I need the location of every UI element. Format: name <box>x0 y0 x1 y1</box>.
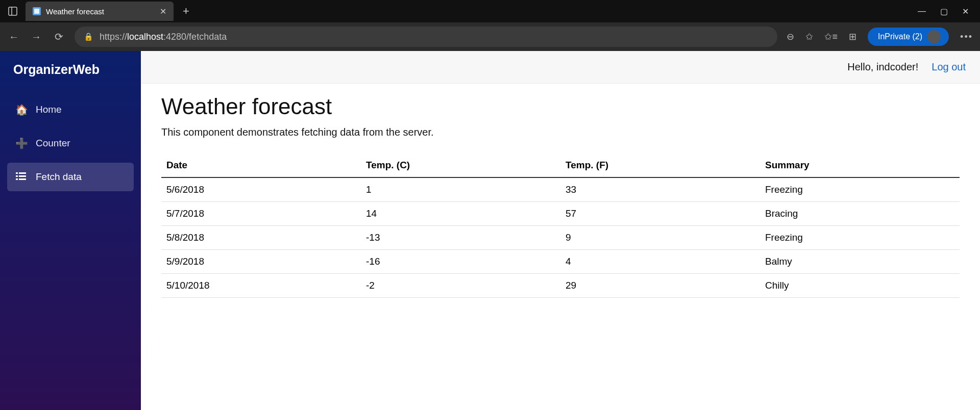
table-row: 5/7/2018 14 57 Bracing <box>161 202 960 226</box>
zoom-out-icon[interactable]: ⊖ <box>787 31 794 42</box>
cell-date: 5/10/2018 <box>161 274 361 298</box>
sidebar-item-fetch-data[interactable]: Fetch data <box>7 163 134 191</box>
brand[interactable]: OrganizerWeb <box>0 51 141 89</box>
table-row: 5/9/2018 -16 4 Balmy <box>161 250 960 274</box>
svg-rect-6 <box>16 175 18 177</box>
lock-icon: 🔒 <box>84 32 93 41</box>
sidebar: OrganizerWeb 🏠 Home ➕ Counter Fetch data <box>0 51 141 410</box>
svg-rect-8 <box>16 178 18 180</box>
tab-actions-icon[interactable] <box>4 3 21 20</box>
forward-icon[interactable]: → <box>30 31 43 43</box>
table-row: 5/8/2018 -13 9 Freezing <box>161 226 960 250</box>
cell-summary: Freezing <box>760 177 960 202</box>
address-bar[interactable]: 🔒 https://localhost:4280/fetchdata <box>75 27 777 47</box>
col-temp-f: Temp. (F) <box>560 153 760 177</box>
content: Weather forecast This component demonstr… <box>141 84 980 308</box>
svg-rect-5 <box>19 172 26 174</box>
inprivate-badge[interactable]: InPrivate (2) <box>868 28 949 46</box>
col-date: Date <box>161 153 361 177</box>
cell-temp-c: -16 <box>361 250 560 274</box>
close-window-icon[interactable]: ✕ <box>962 7 969 16</box>
cell-date: 5/7/2018 <box>161 202 361 226</box>
svg-rect-0 <box>9 7 17 15</box>
favicon-icon <box>33 7 41 15</box>
sidebar-nav: 🏠 Home ➕ Counter Fetch data <box>0 89 141 197</box>
cell-temp-c: 14 <box>361 202 560 226</box>
tab-close-icon[interactable]: ✕ <box>160 7 166 16</box>
table-body: 5/6/2018 1 33 Freezing 5/7/2018 14 57 Br… <box>161 177 960 298</box>
minimize-icon[interactable]: — <box>918 7 926 16</box>
sidebar-item-counter[interactable]: ➕ Counter <box>7 129 134 158</box>
browser-tab[interactable]: Weather forecast ✕ <box>26 2 174 21</box>
svg-rect-9 <box>19 178 26 180</box>
cell-temp-f: 57 <box>560 202 760 226</box>
favorites-list-icon[interactable]: ✩≡ <box>824 31 838 42</box>
svg-rect-4 <box>16 172 18 174</box>
sidebar-item-label: Counter <box>36 138 70 149</box>
inprivate-label: InPrivate (2) <box>878 32 922 41</box>
page-title: Weather forecast <box>161 94 960 119</box>
logout-link[interactable]: Log out <box>932 61 966 73</box>
url-path: :4280/fetchdata <box>163 32 227 42</box>
cell-summary: Bracing <box>760 202 960 226</box>
col-temp-c: Temp. (C) <box>361 153 560 177</box>
cell-temp-f: 29 <box>560 274 760 298</box>
favorite-icon[interactable]: ✩ <box>805 31 813 42</box>
url-host: localhost <box>127 32 163 42</box>
sidebar-item-label: Home <box>36 104 62 115</box>
cell-date: 5/9/2018 <box>161 250 361 274</box>
topbar: Hello, indcoder! Log out <box>141 51 980 84</box>
url-scheme: https:// <box>100 32 127 42</box>
forecast-table: Date Temp. (C) Temp. (F) Summary 5/6/201… <box>161 153 960 298</box>
greeting: Hello, indcoder! <box>847 61 918 73</box>
more-icon[interactable]: ••• <box>960 32 973 42</box>
svg-rect-7 <box>19 175 26 177</box>
svg-rect-3 <box>34 9 39 14</box>
col-summary: Summary <box>760 153 960 177</box>
page-lead: This component demonstrates fetching dat… <box>161 126 960 138</box>
cell-date: 5/6/2018 <box>161 177 361 202</box>
cell-date: 5/8/2018 <box>161 226 361 250</box>
cell-temp-f: 4 <box>560 250 760 274</box>
app: OrganizerWeb 🏠 Home ➕ Counter Fetch data… <box>0 51 980 410</box>
maximize-icon[interactable]: ▢ <box>940 7 948 16</box>
refresh-icon[interactable]: ⟳ <box>52 31 65 43</box>
plus-icon: ➕ <box>15 137 27 149</box>
cell-temp-c: 1 <box>361 177 560 202</box>
browser-chrome: Weather forecast ✕ + — ▢ ✕ ← → ⟳ 🔒 https… <box>0 0 980 51</box>
toolbar-right: ⊖ ✩ ✩≡ ⊞ InPrivate (2) ••• <box>787 28 973 46</box>
avatar-icon <box>927 30 941 43</box>
cell-temp-f: 9 <box>560 226 760 250</box>
cell-summary: Balmy <box>760 250 960 274</box>
back-icon[interactable]: ← <box>7 31 20 43</box>
cell-temp-c: -13 <box>361 226 560 250</box>
cell-temp-c: -2 <box>361 274 560 298</box>
list-icon <box>15 171 27 183</box>
cell-summary: Chilly <box>760 274 960 298</box>
url: https://localhost:4280/fetchdata <box>100 32 227 42</box>
cell-temp-f: 33 <box>560 177 760 202</box>
table-header-row: Date Temp. (C) Temp. (F) Summary <box>161 153 960 177</box>
browser-toolbar: ← → ⟳ 🔒 https://localhost:4280/fetchdata… <box>0 22 980 51</box>
sidebar-item-label: Fetch data <box>36 171 82 183</box>
cell-summary: Freezing <box>760 226 960 250</box>
sidebar-item-home[interactable]: 🏠 Home <box>7 95 134 124</box>
window-controls: — ▢ ✕ <box>918 7 976 16</box>
main: Hello, indcoder! Log out Weather forecas… <box>141 51 980 410</box>
table-row: 5/10/2018 -2 29 Chilly <box>161 274 960 298</box>
new-tab-button[interactable]: + <box>178 5 194 18</box>
tab-strip: Weather forecast ✕ + — ▢ ✕ <box>0 0 980 22</box>
table-row: 5/6/2018 1 33 Freezing <box>161 177 960 202</box>
tab-title: Weather forecast <box>46 7 104 16</box>
collections-icon[interactable]: ⊞ <box>849 31 856 42</box>
home-icon: 🏠 <box>15 104 27 116</box>
